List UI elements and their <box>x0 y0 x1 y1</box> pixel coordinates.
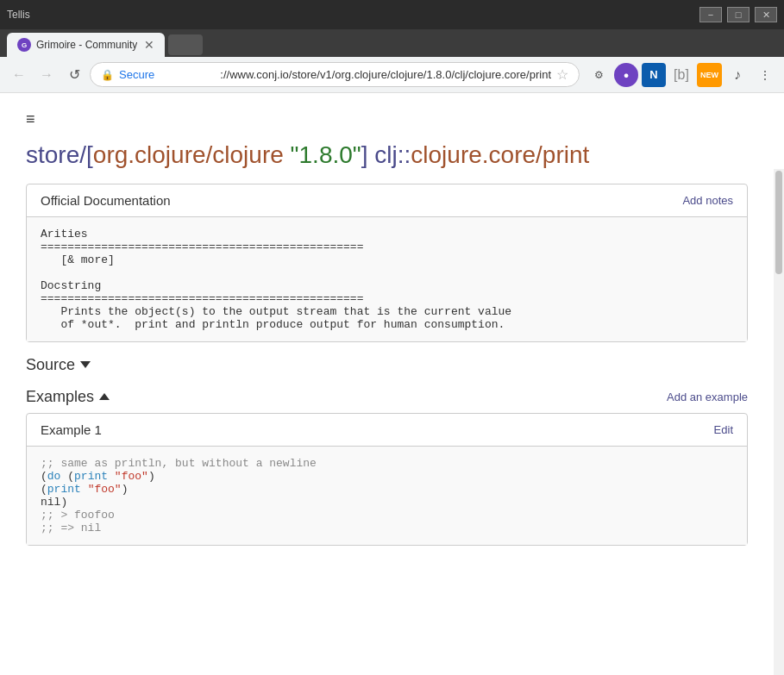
code-kw-print1: print <box>74 470 108 483</box>
code-line-4: nil) <box>41 496 733 509</box>
back-button[interactable]: ← <box>7 63 31 87</box>
doc-box-header: Official Documentation Add notes <box>27 184 747 217</box>
hamburger-menu[interactable]: ≡ <box>26 110 748 128</box>
forward-button[interactable]: → <box>34 63 59 87</box>
scrollbar[interactable] <box>774 169 784 675</box>
tab-title-text: Grimoire - Community <box>36 39 137 51</box>
code-line-1: ;; same as println, but without a newlin… <box>41 457 733 470</box>
code-kw-do: do <box>47 470 61 483</box>
code-line-5: ;; > foofoo <box>41 509 733 522</box>
address-bar[interactable]: 🔒 Secure ://www.conj.io/store/v1/org.clo… <box>90 62 580 87</box>
examples-header-row: Examples Add an example <box>26 388 748 406</box>
page-wrapper: ≡ store/[org.clojure/clojure "1.8.0"] cl… <box>0 93 774 573</box>
doc-box-content: Arities ================================… <box>27 217 747 341</box>
title-bar: Tellis − □ ✕ <box>0 0 784 29</box>
example1-code: ;; same as println, but without a newlin… <box>27 447 747 545</box>
code-line-2: (do (print "foo") <box>41 470 733 483</box>
page-container: ≡ store/[org.clojure/clojure "1.8.0"] cl… <box>0 93 774 675</box>
scrollbar-thumb[interactable] <box>775 171 782 274</box>
example1-box: Example 1 Edit ;; same as println, but w… <box>26 413 748 546</box>
code-paren-close1: ) <box>148 470 155 483</box>
extension4-icon[interactable]: NEW <box>697 63 722 87</box>
source-triangle-icon <box>80 361 91 368</box>
code-str-2: "foo" <box>88 483 122 496</box>
url-full: ://www.conj.io/store/v1/org.clojure/cloj… <box>220 68 551 81</box>
page-area: ≡ store/[org.clojure/clojure "1.8.0"] cl… <box>0 93 784 675</box>
add-notes-link[interactable]: Add notes <box>682 194 733 207</box>
title-bracket-open: [ <box>86 141 93 168</box>
url-text: Secure <box>119 68 211 81</box>
tab-bar: G Grimoire - Community ✕ <box>0 29 784 57</box>
example1-edit-link[interactable]: Edit <box>714 423 733 436</box>
title-version: "1.8.0" <box>284 141 361 168</box>
code-kw-print2: print <box>47 483 81 496</box>
code-space1: ( <box>60 470 74 483</box>
extension5-icon[interactable]: ♪ <box>725 63 750 87</box>
title-fn: print <box>543 141 589 168</box>
tab-favicon: G <box>17 38 31 52</box>
example1-header: Example 1 Edit <box>27 414 747 447</box>
code-comment-3: ;; => nil <box>41 522 101 534</box>
bookmark-icon[interactable]: ☆ <box>556 66 568 83</box>
examples-section-header[interactable]: Examples <box>26 388 110 406</box>
code-line-3: (print "foo") <box>41 483 733 496</box>
doc-box-title: Official Documentation <box>41 193 171 208</box>
extensions-icon[interactable]: ⚙ <box>586 63 611 87</box>
secure-icon: 🔒 <box>101 69 114 81</box>
extension1-icon[interactable]: ● <box>614 63 638 87</box>
title-sep: clj:: <box>368 141 411 168</box>
new-tab-area <box>168 34 203 55</box>
tab-close-button[interactable]: ✕ <box>144 38 154 52</box>
code-space3 <box>81 483 88 496</box>
page-title: store/[org.clojure/clojure "1.8.0"] clj:… <box>26 141 748 170</box>
add-example-link[interactable]: Add an example <box>667 391 748 403</box>
code-indent1: ( <box>41 483 47 496</box>
code-space2 <box>108 470 115 483</box>
browser-window: Tellis − □ ✕ G Grimoire - Community ✕ ← … <box>0 0 784 675</box>
code-paren-open: ( <box>41 470 47 483</box>
example1-title: Example 1 <box>41 422 102 437</box>
source-section-header[interactable]: Source <box>26 356 748 374</box>
source-label: Source <box>26 356 75 374</box>
code-nil: nil <box>41 496 60 509</box>
extension3-icon[interactable]: [b] <box>669 63 693 87</box>
code-paren-close2: ) <box>122 483 129 496</box>
examples-label: Examples <box>26 388 94 406</box>
title-ns2: clojure.core/ <box>411 141 543 168</box>
code-comment-2: ;; > foofoo <box>41 509 115 522</box>
wm-title-label: Tellis <box>7 9 30 21</box>
title-bracket-close: ] <box>361 141 368 168</box>
minimize-button[interactable]: − <box>699 7 722 22</box>
examples-triangle-icon <box>99 393 110 400</box>
code-comment-1: ;; same as println, but without a newlin… <box>41 457 317 470</box>
extension2-icon[interactable]: N <box>642 63 666 87</box>
toolbar-icons: ⚙ ● N [b] NEW ♪ ⋮ <box>586 63 777 87</box>
refresh-button[interactable]: ↺ <box>62 63 86 87</box>
code-paren-close3: ) <box>60 496 67 509</box>
active-tab[interactable]: G Grimoire - Community ✕ <box>7 33 165 57</box>
title-store: store/ <box>26 141 86 168</box>
menu-button[interactable]: ⋮ <box>753 63 777 87</box>
title-ns: org.clojure/clojure <box>93 141 284 168</box>
maximize-button[interactable]: □ <box>727 7 750 22</box>
nav-bar: ← → ↺ 🔒 Secure ://www.conj.io/store/v1/o… <box>0 57 784 93</box>
window-controls: − □ ✕ <box>699 7 777 22</box>
official-doc-box: Official Documentation Add notes Arities… <box>26 184 748 342</box>
close-button[interactable]: ✕ <box>755 7 777 22</box>
code-line-6: ;; => nil <box>41 522 733 534</box>
code-str-1: "foo" <box>115 470 148 483</box>
